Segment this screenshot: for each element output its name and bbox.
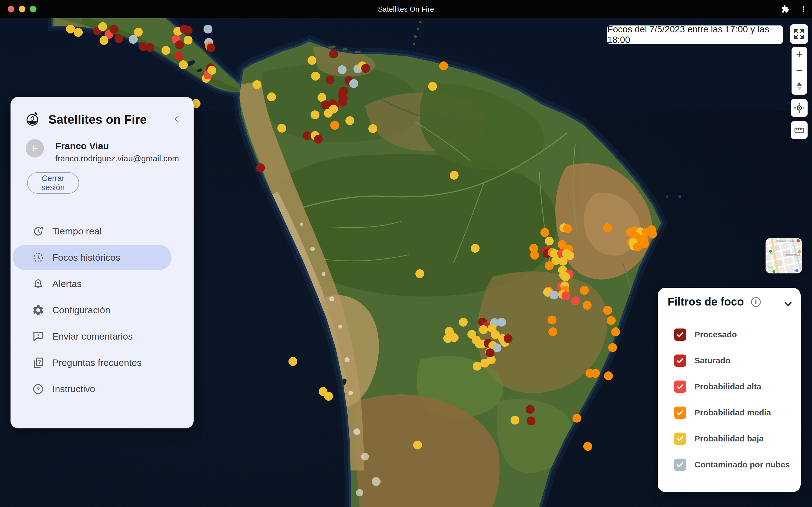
svg-text:?: ?	[38, 359, 41, 365]
zoom-in-button[interactable]	[792, 47, 807, 63]
sidebar-item-label: Focos históricos	[52, 252, 120, 263]
signout-button[interactable]: Cerrar sesión	[27, 172, 79, 194]
window-title: Satellites On Fire	[0, 5, 812, 13]
sidebar-item-label: Alertas	[52, 278, 81, 289]
filter-row-procesado: Procesado	[658, 322, 801, 348]
tilt-control[interactable]	[792, 79, 807, 95]
sidebar-app-title: Satellites on Fire	[48, 113, 147, 126]
filters-list: ProcesadoSaturadoProbabilidad altaProbab…	[658, 322, 801, 478]
filter-label: Probabilidad alta	[694, 382, 761, 391]
gear-icon	[32, 304, 45, 317]
fullscreen-button[interactable]	[790, 24, 808, 44]
svg-text:?: ?	[37, 386, 40, 392]
minimap-label-2: DROGUERIAS	[786, 254, 800, 256]
collapse-sidebar-button[interactable]	[172, 114, 181, 124]
sidebar-menu: Tiempo realFocos históricosAlertasConfig…	[10, 218, 194, 402]
chevron-down-icon[interactable]	[783, 298, 794, 309]
measure-distance-button[interactable]	[791, 121, 808, 139]
filter-row-contaminado-por-nubes: Contaminado por nubes	[658, 452, 801, 478]
filter-checkbox[interactable]	[674, 433, 686, 445]
filter-checkbox[interactable]	[674, 381, 686, 393]
extensions-puzzle-icon[interactable]	[781, 5, 789, 13]
filter-row-saturado: Saturado	[658, 348, 801, 374]
sidebar-item-tiempo-real[interactable]: Tiempo real	[10, 218, 194, 244]
filter-row-probabilidad-baja: Probabilidad baja	[658, 426, 801, 452]
kebab-menu-icon[interactable]	[800, 6, 807, 13]
filter-row-probabilidad-alta: Probabilidad alta	[658, 374, 801, 400]
filter-label: Probabilidad baja	[694, 434, 764, 443]
sidebar-item-label: Tiempo real	[52, 226, 102, 237]
filter-label: Contaminado por nubes	[694, 460, 790, 469]
history-clock-icon	[32, 251, 45, 264]
app-window: Satellites On Fire Focos del 7/5/2023 en…	[0, 0, 812, 507]
realtime-clock-icon	[32, 225, 45, 238]
tilt-arrows-icon	[795, 81, 803, 92]
my-location-button[interactable]	[791, 99, 808, 117]
sidebar-item-instructivo[interactable]: ?Instructivo	[10, 376, 194, 402]
hotspot-filters-panel: Filtros de foco ProcesadoSaturadoProbabi…	[658, 288, 801, 492]
filter-checkbox[interactable]	[674, 406, 686, 419]
sidebar-item-label: Enviar comentarios	[52, 331, 133, 342]
help-circle-icon: ?	[32, 383, 45, 395]
sidebar-item-focos-hist-ricos[interactable]: Focos históricos	[10, 244, 194, 271]
minus-icon	[795, 66, 804, 76]
app-logo-icon	[26, 112, 40, 126]
sidebar-item-alertas[interactable]: Alertas	[10, 271, 194, 297]
filter-label: Probabilidad media	[694, 408, 771, 417]
user-name: Franco Viau	[55, 140, 109, 151]
sidebar-item-preguntas-frecuentes[interactable]: ?Preguntas frecuentes	[10, 349, 194, 376]
alert-bell-icon	[32, 278, 45, 290]
filter-checkbox[interactable]	[674, 354, 686, 367]
sidebar-item-label: Configuración	[52, 305, 110, 316]
sidebar-panel: Satellites on Fire F Franco Viau franco.…	[10, 97, 194, 429]
info-icon[interactable]	[750, 296, 762, 308]
filter-row-probabilidad-media: Probabilidad media	[658, 400, 801, 426]
filter-label: Saturado	[694, 356, 731, 365]
zoom-control-group	[792, 47, 807, 95]
window-titlebar: Satellites On Fire	[0, 0, 812, 18]
minimap-label-1: GRANADA NORTE	[775, 240, 795, 242]
user-email: franco.rodriguez.viau@gmail.com	[55, 154, 179, 163]
filter-checkbox[interactable]	[674, 459, 686, 471]
plus-icon	[795, 50, 804, 60]
my-location-icon	[794, 102, 805, 114]
filter-checkbox[interactable]	[674, 329, 686, 341]
sidebar-item-label: Preguntas frecuentes	[52, 357, 142, 368]
filters-title: Filtros de foco	[668, 295, 744, 308]
date-range-label: Focos del 7/5/2023 entre las 17:00 y las…	[607, 25, 783, 44]
ruler-icon	[794, 124, 805, 136]
faq-quiz-icon: ?	[32, 356, 45, 369]
sidebar-item-enviar-comentarios[interactable]: Enviar comentarios	[10, 323, 194, 349]
sidebar-item-label: Instructivo	[52, 384, 95, 394]
feedback-bubble-icon	[32, 330, 45, 343]
sidebar-item-configuraci-n[interactable]: Configuración	[10, 297, 194, 323]
fullscreen-icon	[793, 28, 805, 40]
user-avatar: F	[26, 139, 44, 158]
zoom-out-button[interactable]	[792, 63, 807, 79]
filter-label: Procesado	[694, 330, 737, 339]
minimap-thumbnail[interactable]: GRANADA NORTE DROGUERIAS	[765, 238, 802, 273]
